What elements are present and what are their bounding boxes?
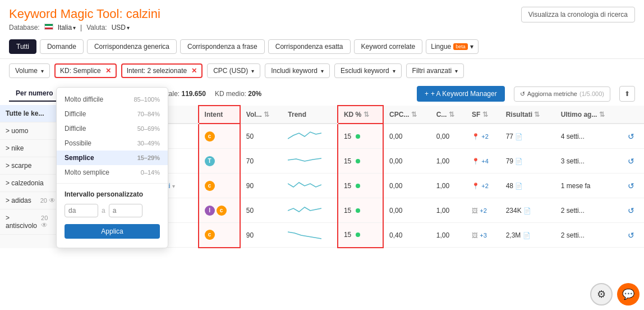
sidebar-item-scarpe[interactable]: > scarpe — [0, 157, 61, 175]
col-action — [622, 106, 644, 124]
settings-button[interactable]: ⚙ — [590, 283, 613, 306]
col-comp[interactable]: C... ⇅ — [431, 106, 466, 124]
col-results[interactable]: Risultati ⇅ — [500, 106, 555, 124]
comp-cell: 0,00 — [431, 124, 466, 149]
tab-corrispondenza-frase[interactable]: Corrispondenza a frase — [180, 39, 265, 54]
volume-cell: 50 — [240, 124, 283, 149]
kd-average: KD medio: 20% — [215, 90, 261, 98]
kd-dropdown: Molto difficile 85–100% Difficile 70–84%… — [56, 87, 168, 248]
custom-range-inputs: a — [57, 202, 168, 222]
sidebar-item-nike[interactable]: > nike — [0, 140, 61, 157]
row-refresh-icon[interactable]: ↺ — [628, 181, 634, 190]
tab-corrispondenza-generica[interactable]: Corrispondenza generica — [87, 39, 177, 54]
kd-option-molto-difficile[interactable]: Molto difficile 85–100% — [57, 92, 168, 107]
cpc-filter-btn[interactable]: CPC (USD) ▾ — [207, 63, 260, 78]
intent-filter-tag: Intent: 2 selezionate ✕ — [121, 63, 203, 78]
kd-cell: 15 — [338, 124, 383, 149]
separator: | — [80, 24, 82, 31]
export-btn[interactable]: ⬆ — [619, 86, 635, 102]
range-from-input[interactable] — [65, 204, 98, 217]
includi-keyword-btn[interactable]: Includi keyword ▾ — [265, 63, 330, 78]
row-refresh-icon[interactable]: ↺ — [628, 132, 634, 141]
updated-cell: 4 setti... — [555, 124, 622, 149]
settings-icon: ⚙ — [597, 288, 606, 300]
action-cell: ↺ — [622, 124, 644, 149]
cpc-cell: 0,00 — [383, 124, 431, 149]
col-sf[interactable]: SF ⇅ — [466, 106, 500, 124]
col-updated[interactable]: Ultimo ag... ⇅ — [555, 106, 622, 124]
row-refresh-icon[interactable]: ↺ — [628, 157, 634, 166]
intent-badge-i: I — [205, 206, 215, 216]
intent-cell: c — [199, 124, 240, 149]
db-label: Database: — [9, 24, 40, 31]
col-kd[interactable]: KD % ⇅ — [338, 106, 383, 124]
intent-filter-close[interactable]: ✕ — [191, 67, 197, 75]
currency-label: Valuta: — [86, 24, 107, 31]
flag-icon — [44, 24, 53, 31]
row-refresh-icon[interactable]: ↺ — [628, 231, 634, 240]
results-cell: 77 📄 — [500, 124, 555, 149]
sidebar-item-adidas[interactable]: > adidas 20 👁 — [0, 192, 61, 209]
apply-range-btn[interactable]: Applica — [65, 224, 160, 239]
db-country-dropdown[interactable]: Italia — [58, 24, 76, 31]
sidebar-groups: Tutte le ke... > uomo > nike > scarpe > … — [0, 105, 62, 248]
history-button[interactable]: Visualizza la cronologia di ricerca — [521, 7, 635, 22]
filtri-avanzati-btn[interactable]: Filtri avanzati ▾ — [406, 63, 464, 78]
sidebar-item-antiscivolo[interactable]: > antiscivolo 20 👁 — [0, 209, 61, 235]
kd-filter-close[interactable]: ✕ — [105, 67, 111, 75]
chat-button[interactable]: 💬 — [617, 283, 640, 306]
chat-icon: 💬 — [622, 288, 634, 300]
intent-badge-c: c — [205, 181, 215, 191]
sidebar-item-calzedonia[interactable]: > calzedonia — [0, 175, 61, 192]
filters-row: Volume ▾ KD: Semplice ✕ Intent: 2 selezi… — [0, 59, 644, 83]
refresh-metrics-btn[interactable]: ↺ Aggiorna metriche (1/5.000) — [514, 86, 610, 102]
kd-option-difficile-2[interactable]: Difficile 50–69% — [57, 121, 168, 136]
tab-tutti[interactable]: Tutti — [9, 39, 36, 54]
volume-filter-btn[interactable]: Volume ▾ — [9, 63, 50, 78]
tab-lingue[interactable]: Lingue beta ▾ — [426, 39, 479, 54]
intent-badge-c: c — [205, 230, 215, 240]
col-intent[interactable]: Intent — [199, 106, 240, 124]
kd-option-semplice[interactable]: Semplice 15–29% — [57, 151, 168, 165]
trend-cell — [282, 124, 338, 149]
col-volume[interactable]: Vol... ⇅ — [240, 106, 283, 124]
tab-domande[interactable]: Domande — [40, 39, 84, 54]
intent-badge-c: c — [205, 131, 215, 142]
col-trend[interactable]: Trend — [282, 106, 338, 124]
custom-range-label: Intervallo personalizzato — [57, 187, 168, 202]
row-refresh-icon[interactable]: ↺ — [628, 206, 634, 215]
floating-buttons: ⚙ 💬 — [590, 283, 640, 306]
kd-option-difficile-1[interactable]: Difficile 70–84% — [57, 107, 168, 121]
sub-tab-per-numero[interactable]: Per numero — [9, 86, 60, 102]
sf-cell: 📍 +2 — [466, 124, 500, 149]
escludi-keyword-btn[interactable]: Escludi keyword ▾ — [334, 63, 402, 78]
intent-badge-t: T — [205, 156, 215, 166]
kd-filter-tag: KD: Semplice ✕ — [54, 63, 117, 78]
add-keyword-manager-btn[interactable]: + + A Keyword Manager — [417, 86, 505, 102]
intent-badge-c: c — [217, 206, 227, 216]
range-to-input[interactable] — [109, 204, 142, 217]
col-cpc[interactable]: CPC... ⇅ — [383, 106, 431, 124]
sidebar-item-all[interactable]: Tutte le ke... — [0, 105, 61, 122]
currency-dropdown[interactable]: USD — [112, 24, 130, 31]
tab-keyword-correlate[interactable]: Keyword correlate — [354, 39, 423, 54]
tab-corrispondenza-esatta[interactable]: Corrispondenza esatta — [268, 39, 351, 54]
kd-option-molto-semplice[interactable]: Molto semplice 0–14% — [57, 165, 168, 180]
sidebar-item-uomo[interactable]: > uomo — [0, 122, 61, 140]
kd-option-possibile[interactable]: Possibile 30–49% — [57, 136, 168, 151]
tabs-row: Tutti Domande Corrispondenza generica Co… — [0, 35, 644, 59]
